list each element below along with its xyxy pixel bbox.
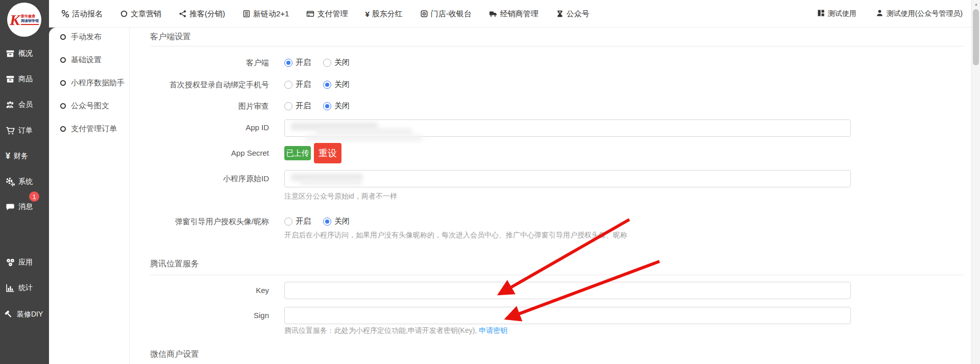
image-review-radio-group: 开启 关闭	[284, 101, 350, 111]
cart-icon	[6, 126, 15, 135]
list-icon	[242, 10, 251, 18]
yen-icon: ¥	[365, 10, 369, 18]
popup-guide-radio-group: 开启 关闭	[284, 216, 350, 226]
user-icon	[876, 9, 884, 18]
radio-off-selected[interactable]	[323, 217, 331, 226]
appid-input[interactable]	[284, 119, 851, 137]
hammer-icon	[4, 310, 13, 319]
client-radio-group: 开启 关闭	[284, 58, 350, 67]
ring-icon	[60, 34, 66, 40]
ring-icon	[60, 126, 66, 132]
sidebar-item-system[interactable]: 系统	[6, 177, 33, 186]
settings-form: 客户端设置 客户端 开启 关闭 首次授权登录自动绑定手机号 开启 关闭 图片审查…	[129, 28, 980, 364]
sidebar-item-members[interactable]: 会员	[6, 100, 33, 109]
tencent-location-note: 腾讯位置服务：此处为小程序定位功能,申请开发者密钥(Key), 申请密钥	[284, 326, 507, 335]
field-label-popup-guide: 弹窗引导用户授权头像/昵称	[129, 217, 269, 227]
radio-on-selected[interactable]	[284, 59, 292, 67]
users-icon	[6, 100, 15, 109]
gear-icon	[6, 177, 15, 186]
field-label-mini-original-id: 小程序原始ID	[129, 174, 269, 184]
mini-original-id-input[interactable]	[284, 170, 851, 187]
scrollbar-thumb[interactable]	[973, 9, 979, 65]
share-icon	[179, 10, 187, 18]
reset-button[interactable]: 重设	[314, 143, 341, 163]
uploaded-button[interactable]: 已上传	[284, 146, 311, 160]
bind-phone-radio-group: 开启 关闭	[284, 80, 350, 89]
sidebar-item-decorate-diy[interactable]: 装修DIY	[4, 310, 43, 319]
popup-guide-note: 开启后在小程序访问，如果用户没有头像昵称的，每次进入会员中心、推广中心弹窗引导用…	[284, 231, 627, 240]
field-label-client: 客户端	[129, 58, 269, 68]
topnav-item-official-account[interactable]: 公众号	[556, 9, 590, 19]
apps-icon	[6, 258, 15, 267]
topnav-item-dealer[interactable]: 经销商管理	[489, 9, 538, 19]
section-divider	[150, 46, 964, 46]
chat-icon	[6, 202, 15, 211]
field-label-image-review: 图片审查	[129, 102, 269, 111]
truck-icon	[489, 10, 498, 18]
sidebar-item-goods[interactable]: 商品	[6, 75, 33, 84]
scrollbar[interactable]: ▲	[971, 0, 980, 364]
circle-icon	[120, 10, 128, 18]
goods-box-icon	[6, 75, 15, 84]
scrollbar-up-arrow[interactable]: ▲	[972, 0, 980, 9]
topnav-item-chain[interactable]: 新链动2+1	[242, 9, 289, 19]
radio-on[interactable]	[284, 81, 292, 89]
radio-off[interactable]	[323, 59, 331, 67]
topnav-item-activity[interactable]: 活动报名	[61, 9, 103, 19]
main-area: 手动发布 基础设置 小程序数据助手 公众号图文 支付管理订单 客户端设置 客户端…	[49, 28, 980, 364]
submenu-item-basic-settings[interactable]: 基础设置	[60, 55, 102, 65]
ring-icon	[60, 57, 66, 63]
sidebar-item-finance[interactable]: ¥ 财务	[6, 152, 28, 161]
radio-off-selected[interactable]	[323, 102, 331, 110]
sidebar-item-orders[interactable]: 订单	[6, 126, 33, 135]
submenu-item-miniprogram-data[interactable]: 小程序数据助手	[60, 78, 125, 88]
topnav-item-article[interactable]: 文章营销	[120, 9, 161, 19]
top-navigation: 活动报名 文章营销 推客(分销) 新链动2+1 支付管理 ¥ 股东分红 门店-收…	[61, 0, 590, 28]
radio-off-selected[interactable]	[323, 81, 331, 89]
pos-icon	[420, 10, 428, 18]
sidebar: K 新华健康 阅读研学馆 概况 商品 会员 订单 ¥ 财务 系统 消息 1 应用	[0, 0, 49, 364]
field-label-appsecret: App Secret	[129, 149, 269, 157]
ring-icon	[60, 80, 66, 86]
account-menu[interactable]: 测试使用(公众号管理员)	[876, 9, 963, 18]
sidebar-item-apps[interactable]: 应用	[6, 258, 33, 267]
sidebar-item-overview[interactable]: 概况	[6, 49, 33, 58]
message-count-badge: 1	[29, 191, 39, 202]
appid-redacted-value	[285, 120, 850, 136]
submenu-item-manual-publish[interactable]: 手动发布	[60, 32, 102, 42]
topnav-item-store-pos[interactable]: 门店-收银台	[420, 9, 472, 19]
radio-on[interactable]	[284, 102, 292, 110]
key-input[interactable]	[284, 282, 851, 299]
topnav-item-dividend[interactable]: ¥ 股东分红	[365, 9, 402, 19]
sign-input[interactable]	[284, 307, 851, 324]
card-icon	[306, 10, 314, 18]
topnav-item-payment[interactable]: 支付管理	[306, 9, 348, 19]
field-label-sign: Sign	[129, 311, 269, 320]
submenu-item-payment-orders[interactable]: 支付管理订单	[60, 124, 117, 134]
section-divider	[150, 275, 964, 275]
field-label-bind-phone: 首次授权登录自动绑定手机号	[129, 80, 269, 90]
chart-icon	[6, 283, 15, 293]
topbar: 活动报名 文章营销 推客(分销) 新链动2+1 支付管理 ¥ 股东分红 门店-收…	[49, 0, 980, 28]
ring-icon	[60, 103, 66, 109]
section-title-client: 客户端设置	[150, 32, 191, 42]
sidebar-item-messages[interactable]: 消息	[6, 202, 33, 211]
brand-logo[interactable]: K 新华健康 阅读研学馆	[7, 3, 41, 37]
logo-letter: K	[10, 12, 20, 28]
section-title-wechat-merchant: 微信商户设置	[150, 349, 199, 360]
section-title-tencent-location: 腾讯位置服务	[150, 259, 199, 270]
apply-key-link[interactable]: 申请密钥	[479, 326, 507, 334]
submenu-item-official-articles[interactable]: 公众号图文	[60, 101, 109, 111]
test-use-menu[interactable]: 测试使用	[817, 9, 856, 18]
logo-text: 新华健康 阅读研学馆	[21, 14, 39, 25]
sidebar-item-stats[interactable]: 统计	[6, 283, 33, 293]
yen-icon: ¥	[6, 152, 10, 161]
field-label-appid: App ID	[129, 123, 269, 132]
topnav-item-promoter[interactable]: 推客(分销)	[179, 9, 225, 19]
hourglass-icon	[556, 10, 564, 18]
radio-on[interactable]	[284, 217, 292, 226]
mini-original-id-note: 注意区分公众号原始id，两者不一样	[284, 192, 397, 201]
field-label-key: Key	[129, 286, 269, 295]
overview-box-icon	[6, 49, 15, 58]
topbar-right: 测试使用 测试使用(公众号管理员)	[817, 0, 963, 28]
